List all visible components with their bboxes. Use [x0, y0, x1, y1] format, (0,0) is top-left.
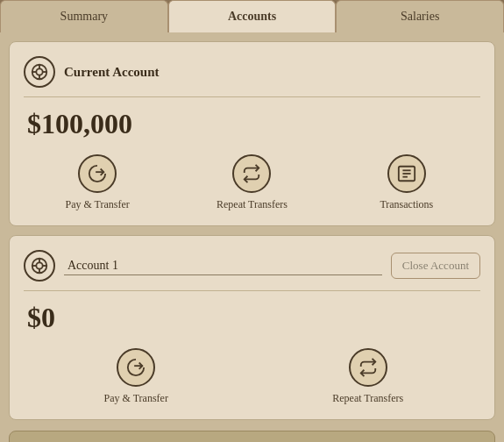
repeat-transfers-label: Repeat Transfers — [217, 198, 287, 211]
account1-balance: $0 — [24, 302, 480, 334]
close-account-button[interactable]: Close Account — [391, 253, 480, 279]
tab-bar: Summary Accounts Salaries — [0, 0, 504, 32]
account1-pay-transfer-icon — [117, 348, 155, 387]
current-account-title: Current Account — [64, 65, 159, 80]
current-account-header: Current Account — [24, 56, 480, 97]
add-account-button[interactable]: + — [9, 431, 495, 442]
svg-point-1 — [36, 68, 42, 75]
account1-pay-transfer-button[interactable]: Pay & Transfer — [24, 348, 249, 405]
tab-accounts[interactable]: Accounts — [168, 0, 337, 32]
account1-icon — [24, 250, 55, 282]
account1-pay-transfer-label: Pay & Transfer — [104, 392, 168, 405]
current-account-balance: $100,000 — [24, 108, 480, 140]
svg-point-12 — [36, 262, 42, 268]
current-account-card: Current Account $100,000 Pay & Transfer — [9, 41, 495, 226]
account1-card: Close Account $0 Pay & Transfer — [9, 235, 495, 420]
account1-repeat-transfers-button[interactable]: Repeat Transfers — [256, 348, 481, 405]
account1-header: Close Account — [24, 250, 480, 291]
transactions-icon — [387, 154, 426, 193]
transactions-label: Transactions — [380, 198, 433, 211]
tab-summary[interactable]: Summary — [0, 0, 168, 32]
main-content: Current Account $100,000 Pay & Transfer — [0, 32, 504, 442]
pay-transfer-icon — [78, 154, 117, 193]
tab-salaries[interactable]: Salaries — [336, 0, 504, 32]
account1-name-input[interactable] — [64, 257, 382, 275]
account1-repeat-transfers-label: Repeat Transfers — [332, 392, 403, 405]
current-account-actions: Pay & Transfer Repeat Transfers — [24, 154, 480, 211]
transactions-button[interactable]: Transactions — [333, 154, 480, 211]
pay-transfer-button[interactable]: Pay & Transfer — [24, 154, 171, 211]
current-account-icon — [24, 56, 55, 88]
account1-actions: Pay & Transfer Repeat Transfers — [24, 348, 480, 405]
repeat-transfers-icon — [232, 154, 271, 193]
pay-transfer-label: Pay & Transfer — [65, 198, 129, 211]
repeat-transfers-button[interactable]: Repeat Transfers — [178, 154, 325, 211]
account1-repeat-transfers-icon — [349, 348, 387, 387]
